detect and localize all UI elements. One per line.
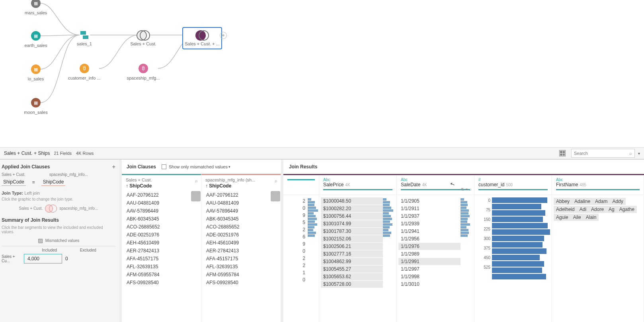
- col-count: 4K: [345, 183, 350, 187]
- table-icon: [31, 0, 41, 8]
- jc-left-list[interactable]: AAF-20796122AAU-04881409AAV-57896449ABK-…: [122, 189, 201, 322]
- clause-field-left[interactable]: ShipCode: [2, 178, 26, 186]
- cell[interactable]: $1005728.00: [321, 281, 383, 288]
- cell[interactable]: 1/1/2939: [398, 220, 461, 227]
- cell[interactable]: $1005455.27: [321, 265, 383, 273]
- cell[interactable]: $1005653.62: [321, 273, 383, 280]
- list-item[interactable]: AER-27842413: [201, 247, 281, 255]
- cell[interactable]: Aile: [571, 214, 584, 221]
- add-step-button[interactable]: +: [220, 32, 227, 39]
- cell[interactable]: $1001787.30: [321, 228, 383, 235]
- flow-canvas[interactable]: mars_sales earth_sales io_sales moon_sal…: [0, 0, 644, 147]
- cell[interactable]: Adam: [593, 198, 610, 205]
- search-box[interactable]: ⌕: [571, 149, 635, 158]
- node-sales-1[interactable]: sales_1: [64, 30, 104, 46]
- cell[interactable]: $1004862.99: [321, 258, 383, 265]
- list-item[interactable]: AFA-45157175: [122, 255, 201, 263]
- node-io-sales[interactable]: io_sales: [16, 64, 56, 81]
- sort-icon[interactable]: ⇅: [461, 187, 464, 191]
- cell[interactable]: 1/1/2976: [398, 243, 461, 250]
- cell[interactable]: $1002777.16: [321, 250, 383, 258]
- list-item[interactable]: AFM-05955784: [122, 271, 201, 279]
- venn-icon[interactable]: [45, 205, 57, 212]
- node-mars-sales[interactable]: mars_sales: [16, 0, 56, 15]
- cell[interactable]: 1/1/2998: [398, 273, 461, 280]
- col-firstname[interactable]: Abc FirstName485 AbbeyAdalineAdamAddyAde…: [552, 175, 644, 322]
- cell[interactable]: $1002152.06: [321, 235, 383, 242]
- checkbox-icon[interactable]: [162, 164, 166, 169]
- clause-field-right[interactable]: ShipCode: [41, 178, 66, 186]
- list-item[interactable]: AAV-57896449: [122, 207, 201, 215]
- cell[interactable]: 1/1/2911: [398, 205, 461, 212]
- col-customer-id[interactable]: # customer_id500 075150225300375450525: [474, 175, 552, 322]
- node-spaceship-mfg[interactable]: spaceship_mfg...: [123, 64, 163, 80]
- list-item[interactable]: AFM-05955784: [201, 271, 281, 279]
- list-item[interactable]: AAU-04881409: [201, 199, 281, 207]
- list-item[interactable]: AER-27842413: [122, 247, 201, 255]
- cell[interactable]: $1001074.99: [321, 220, 383, 227]
- list-item[interactable]: ACO-26885652: [201, 223, 281, 231]
- cell[interactable]: 1/1/2989: [398, 250, 461, 258]
- search-icon[interactable]: ⌕: [275, 178, 277, 183]
- cell[interactable]: Agathe: [617, 206, 637, 213]
- cell[interactable]: 1/1/2941: [398, 228, 461, 235]
- node-earth-sales[interactable]: earth_sales: [16, 31, 56, 48]
- cell[interactable]: 1/1/2997: [398, 265, 461, 273]
- list-item[interactable]: AEH-45610499: [122, 239, 201, 247]
- list-item[interactable]: AAF-20796122: [122, 191, 201, 199]
- join-type-selector[interactable]: Sales + Cust. spaceship_mfg_info...: [2, 205, 115, 212]
- jc-right-list[interactable]: AAF-20796122AAU-04881409AAV-57896449ABK-…: [201, 189, 281, 322]
- list-item[interactable]: AEH-45610499: [201, 239, 281, 247]
- cell[interactable]: $1002506.21: [321, 243, 383, 250]
- list-item[interactable]: ACO-26885652: [122, 223, 201, 231]
- cell[interactable]: Alain: [584, 214, 599, 221]
- list-item[interactable]: ABK-60345345: [201, 215, 281, 223]
- cell[interactable]: $1000048.50: [321, 197, 383, 205]
- cell[interactable]: Ag: [606, 206, 617, 213]
- cell[interactable]: Adelheid: [554, 206, 577, 213]
- list-item[interactable]: AFS-09928540: [201, 279, 281, 287]
- cell[interactable]: Addy: [610, 198, 625, 205]
- included-value[interactable]: 4,000: [24, 254, 62, 263]
- cell[interactable]: 1/1/3010: [398, 281, 461, 288]
- col-saledate[interactable]: Abc SaleDate4K ⇅▾⌕ ↖ 1/1/29051/1/29111/1…: [397, 175, 474, 322]
- cell[interactable]: $1000756.44: [321, 213, 383, 220]
- jc-left-field[interactable]: ↑ ShipCode: [126, 183, 197, 189]
- node-sales-cust[interactable]: Sales + Cust.: [123, 30, 163, 46]
- cell[interactable]: $1000282.20: [321, 205, 383, 212]
- search-icon[interactable]: ⌕: [195, 178, 198, 183]
- chevron-down-icon[interactable]: ▾: [466, 187, 468, 191]
- cell[interactable]: Aguie: [554, 214, 571, 221]
- list-item[interactable]: ABK-60345345: [122, 215, 201, 223]
- search-input[interactable]: [574, 151, 629, 156]
- cell[interactable]: 1/1/2956: [398, 235, 461, 242]
- add-clause-button[interactable]: +: [112, 164, 115, 170]
- scrollbar-thumb[interactable]: [271, 191, 280, 201]
- cell[interactable]: Adaline: [572, 198, 593, 205]
- col-saleprice[interactable]: Abc SalePrice4K $1000048.50$1000282.20$1…: [319, 175, 397, 322]
- node-customer-info[interactable]: customer_info ...: [64, 64, 104, 80]
- list-item[interactable]: AAF-20796122: [201, 191, 281, 199]
- scrollbar-thumb[interactable]: [191, 191, 201, 201]
- list-item[interactable]: AFA-45157175: [201, 255, 281, 263]
- list-item[interactable]: ADE-00251976: [201, 231, 281, 239]
- list-item[interactable]: AFS-09928540: [122, 279, 201, 287]
- cell[interactable]: 1/1/2991: [398, 258, 461, 265]
- cell[interactable]: 1/1/2937: [398, 213, 461, 220]
- cell[interactable]: 1/1/2905: [398, 197, 461, 205]
- list-item[interactable]: AFL-32639135: [122, 263, 201, 271]
- cell[interactable]: Abbey: [554, 198, 572, 205]
- cell[interactable]: Adi: [577, 206, 589, 213]
- node-sales-cust-ships[interactable]: Sales + Cust. + ...: [182, 27, 222, 49]
- list-item[interactable]: AAV-57896449: [201, 207, 281, 215]
- node-moon-sales[interactable]: moon_sales: [16, 98, 56, 115]
- grid-view-icon[interactable]: [559, 150, 566, 156]
- list-item[interactable]: ADE-00251976: [122, 231, 201, 239]
- search-icon[interactable]: ⌕: [469, 187, 472, 191]
- list-item[interactable]: AFL-32639135: [201, 263, 281, 271]
- chevron-down-icon[interactable]: ▾: [638, 151, 640, 156]
- list-item[interactable]: AAU-04881409: [122, 199, 201, 207]
- jc-right-field[interactable]: ↑ ShipCode: [205, 183, 277, 189]
- mismatched-filter[interactable]: Show only mismatched values ▾: [162, 164, 230, 169]
- cell[interactable]: Adore: [589, 206, 606, 213]
